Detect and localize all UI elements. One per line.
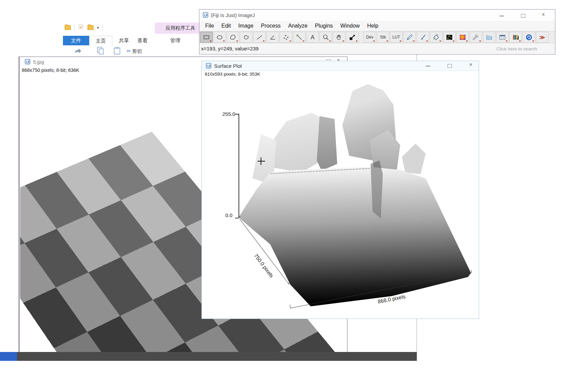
imagej-menubar: FileEditImageProcessAnalyzePluginsWindow… <box>199 21 555 31</box>
tool-polygon[interactable] <box>227 32 239 43</box>
dropdown-triangle-icon <box>356 41 358 42</box>
tool-wand[interactable] <box>293 32 306 43</box>
dropdown-triangle-icon <box>519 41 521 42</box>
menu-analyze[interactable]: Analyze <box>284 21 311 31</box>
dropdown-triangle-icon <box>453 41 455 42</box>
menu-edit[interactable]: Edit <box>218 21 235 31</box>
tool-paintbrush[interactable] <box>416 32 429 43</box>
search-box[interactable]: Click here to search <box>496 46 551 51</box>
dropdown-triangle-icon <box>413 41 415 42</box>
minimize-icon[interactable] <box>500 16 504 16</box>
angle-icon <box>269 34 276 41</box>
folder-icon <box>486 34 493 41</box>
tool-hand[interactable] <box>333 32 345 43</box>
dropdown-triangle-icon <box>439 41 441 42</box>
imagej-statusbar: x=193, y=249, value=239 Click here to se… <box>199 43 555 54</box>
pencil-icon <box>406 34 413 41</box>
explorer-tab-4[interactable]: 管理 <box>165 36 185 45</box>
menu-image[interactable]: Image <box>234 21 257 31</box>
imagej-titlebar[interactable]: (Fiji Is Just) ImageJ × <box>199 10 555 21</box>
folder-icon[interactable] <box>65 25 71 30</box>
explorer-tab-1[interactable]: 主页 <box>89 36 112 46</box>
skeleton-icon <box>446 34 453 41</box>
tool-freehand[interactable] <box>240 32 252 43</box>
tool-rectangle[interactable] <box>200 32 213 43</box>
desktop: ▾ 应用程序工具 文件主页共享查看管理 ✂ 剪切 5.jpg × 868x750… <box>0 0 588 368</box>
depth-axis-label: 750.0 pixels <box>249 248 279 284</box>
tool-oval[interactable] <box>213 32 226 43</box>
tool-text[interactable]: A <box>306 32 319 43</box>
surface-plot-title: Surface Plot <box>214 63 242 69</box>
menu-process[interactable]: Process <box>257 21 284 31</box>
sync-windows-icon <box>525 34 533 41</box>
tool-stk[interactable]: Stk <box>377 32 389 43</box>
menu-help[interactable]: Help <box>363 21 382 31</box>
minimize-icon[interactable] <box>426 66 430 66</box>
point-icon <box>282 34 290 41</box>
tool-results-table[interactable] <box>496 32 509 43</box>
line-icon <box>256 34 263 41</box>
tool-dev[interactable]: Dev <box>363 32 376 43</box>
z-axis-line <box>239 114 239 218</box>
wand-icon <box>296 34 303 41</box>
imagej-main-window: (Fiji Is Just) ImageJ × FileEditImagePro… <box>199 9 555 55</box>
maximize-icon[interactable] <box>447 64 452 68</box>
dropdown-triangle-icon <box>399 41 402 42</box>
fiji-logo-icon <box>203 12 208 18</box>
dropdown-triangle-icon <box>386 41 388 42</box>
tool-label: Dev <box>366 35 373 40</box>
tool-flood-fill[interactable] <box>430 32 442 43</box>
tool-skeleton[interactable] <box>443 32 456 43</box>
close-icon[interactable]: × <box>542 12 545 17</box>
tool-zoom[interactable] <box>320 32 332 43</box>
zoom-icon <box>322 34 329 41</box>
more-tools-icon: ≫ <box>539 34 546 41</box>
tool-angle[interactable] <box>266 32 279 43</box>
pin-icon[interactable] <box>73 47 82 57</box>
surface-front-slab <box>239 167 471 307</box>
dropdown-triangle-icon <box>210 41 212 42</box>
tool-more-tools[interactable]: ≫ <box>536 32 549 43</box>
dropdown-triangle-icon <box>506 41 508 42</box>
dropdown-caret-icon[interactable]: ▾ <box>97 26 99 30</box>
freehand-icon <box>243 34 250 41</box>
bottom-dark-strip <box>17 352 417 361</box>
tool-color-channels[interactable] <box>509 32 522 43</box>
checkmark-icon[interactable] <box>78 24 84 31</box>
menu-window[interactable]: Window <box>337 21 363 31</box>
tool-wrench[interactable] <box>470 32 482 43</box>
oval-icon <box>216 34 223 41</box>
tool-label: Stk <box>380 35 386 40</box>
folder-icon[interactable] <box>87 25 94 30</box>
surface-plot-titlebar[interactable]: Surface Plot × <box>202 61 479 71</box>
explorer-tab-2[interactable]: 共享 <box>114 36 134 45</box>
explorer-tab-3[interactable]: 查看 <box>133 36 152 45</box>
dropdown-triangle-icon <box>373 41 375 42</box>
paste-clipboard-icon[interactable] <box>112 46 122 57</box>
tool-folder[interactable] <box>483 32 495 43</box>
context-tab-application-tools[interactable]: 应用程序工具 <box>155 22 206 34</box>
image-window-title: 5.jpg <box>33 59 44 65</box>
explorer-tab-0[interactable]: 文件 <box>63 36 89 45</box>
cut-button[interactable]: ✂ 剪切 <box>127 48 142 55</box>
copy-icon[interactable] <box>96 46 105 57</box>
tool-pencil[interactable] <box>403 32 416 43</box>
z-axis-tick <box>235 114 239 114</box>
tool-lut-menu[interactable] <box>456 32 469 43</box>
image-info-text: 868x750 pixels; 8-bit; 636K <box>22 67 79 73</box>
separator <box>102 25 103 31</box>
close-icon[interactable]: × <box>469 62 472 67</box>
tool-lut[interactable]: LUT <box>390 32 403 43</box>
scissors-icon: ✂ <box>127 48 131 54</box>
menu-plugins[interactable]: Plugins <box>311 21 337 31</box>
separator <box>74 25 75 31</box>
tool-line[interactable] <box>253 32 266 43</box>
menu-file[interactable]: File <box>201 21 218 31</box>
imagej-toolbar: ADevStkLUT≫ <box>199 31 555 43</box>
z-min-label: 0.0 <box>211 212 232 218</box>
tool-point[interactable] <box>280 32 292 43</box>
tool-sync-windows[interactable] <box>523 32 535 43</box>
tool-color-picker[interactable] <box>346 32 359 43</box>
toolbar-gap <box>359 37 363 37</box>
maximize-icon[interactable] <box>521 14 525 18</box>
